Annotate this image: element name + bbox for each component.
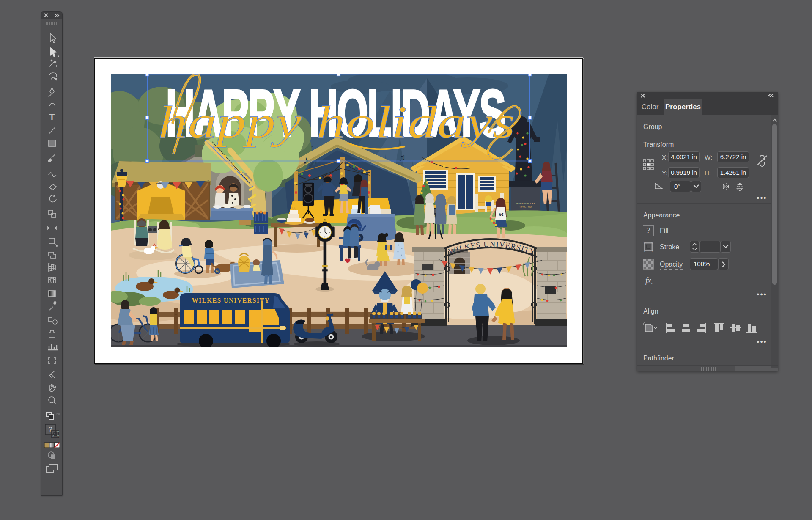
svg-text:5¢: 5¢ xyxy=(499,212,504,217)
svg-text:JOHN WILKES: JOHN WILKES xyxy=(516,202,535,205)
svg-text:happy holidays: happy holidays xyxy=(158,97,515,147)
svg-text:?: ? xyxy=(57,430,59,434)
svg-text:W: W xyxy=(291,205,297,212)
svg-text:?: ? xyxy=(57,434,59,438)
svg-text:T: T xyxy=(49,112,55,121)
svg-text:?: ? xyxy=(651,249,653,252)
svg-text:?: ? xyxy=(644,241,646,245)
svg-text:1727-1797: 1727-1797 xyxy=(519,206,532,209)
svg-text:?: ? xyxy=(651,241,653,245)
svg-text:W: W xyxy=(216,270,219,274)
svg-text:♪: ♪ xyxy=(303,154,309,166)
svg-text:WILKES UNIVERSITY: WILKES UNIVERSITY xyxy=(192,297,270,304)
svg-text:?: ? xyxy=(52,434,54,438)
svg-text:?: ? xyxy=(644,249,646,252)
